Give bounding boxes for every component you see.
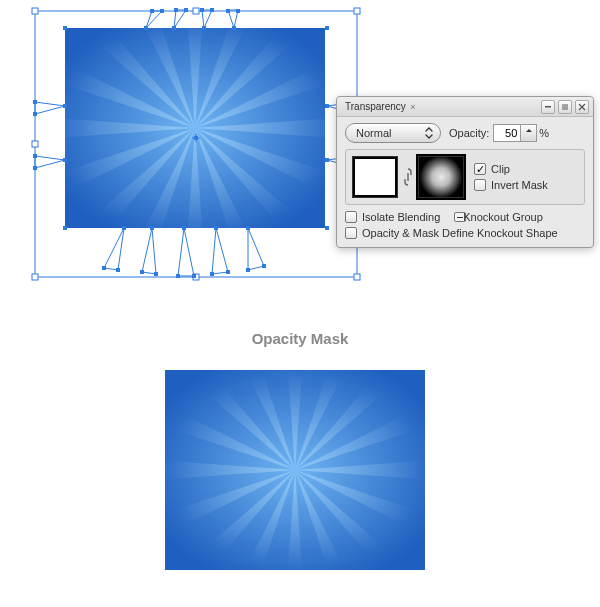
- invert-mask-checkbox[interactable]: Invert Mask: [474, 179, 548, 191]
- svg-rect-7: [354, 8, 360, 14]
- svg-rect-44: [226, 270, 230, 274]
- invert-mask-label: Invert Mask: [491, 179, 548, 191]
- svg-rect-17: [200, 8, 204, 12]
- knockout-label: Knockout Group: [463, 211, 543, 223]
- svg-rect-35: [325, 104, 329, 108]
- svg-rect-16: [184, 8, 188, 12]
- svg-rect-8: [32, 141, 38, 147]
- svg-rect-45: [246, 268, 250, 272]
- clip-label: Clip: [491, 163, 510, 175]
- svg-rect-43: [210, 272, 214, 276]
- svg-rect-6: [193, 8, 199, 14]
- svg-rect-5: [32, 8, 38, 14]
- svg-rect-28: [33, 166, 37, 170]
- svg-rect-25: [33, 100, 37, 104]
- svg-rect-14: [160, 9, 164, 13]
- svg-rect-54: [325, 26, 329, 30]
- panel-collapse-button[interactable]: [558, 100, 572, 114]
- svg-rect-13: [150, 9, 154, 13]
- panel-options: Isolate Blending Knockout Group Opacity …: [345, 211, 585, 239]
- panel-titlebar[interactable]: Transparency ×: [337, 97, 593, 117]
- svg-rect-19: [226, 9, 230, 13]
- define-knockout-checkbox[interactable]: Opacity & Mask Define Knockout Shape: [345, 227, 585, 239]
- svg-rect-10: [32, 274, 38, 280]
- svg-rect-36: [325, 158, 329, 162]
- svg-rect-40: [154, 272, 158, 276]
- starburst-result: [165, 370, 425, 570]
- knockout-group-checkbox[interactable]: Knockout Group: [454, 211, 543, 223]
- svg-rect-11: [193, 274, 199, 280]
- svg-rect-20: [236, 9, 240, 13]
- artboard-top[interactable]: [65, 28, 325, 228]
- panel-menu-button[interactable]: [541, 100, 555, 114]
- caption: Opacity Mask: [0, 330, 600, 347]
- svg-rect-26: [33, 112, 37, 116]
- panel-title: Transparency ×: [343, 101, 422, 112]
- clip-checkbox[interactable]: Clip: [474, 163, 548, 175]
- panel-close-button[interactable]: [575, 100, 589, 114]
- transparency-panel: Transparency × Normal Opaci: [336, 96, 594, 248]
- isolate-blending-checkbox[interactable]: Isolate Blending: [345, 211, 440, 223]
- svg-rect-27: [33, 154, 37, 158]
- mask-thumbnail[interactable]: [418, 156, 464, 198]
- panel-body: Normal Opacity: %: [337, 117, 593, 247]
- svg-rect-18: [210, 8, 214, 12]
- opacity-label: Opacity:: [449, 127, 489, 139]
- svg-rect-37: [102, 266, 106, 270]
- checkbox-icon: [474, 163, 486, 175]
- svg-rect-39: [140, 270, 144, 274]
- blend-mode-select[interactable]: Normal: [345, 123, 441, 143]
- isolate-label: Isolate Blending: [362, 211, 440, 223]
- svg-rect-57: [545, 106, 551, 108]
- artboard-result: [165, 370, 425, 570]
- svg-rect-56: [325, 226, 329, 230]
- svg-rect-15: [174, 8, 178, 12]
- svg-rect-12: [354, 274, 360, 280]
- svg-rect-41: [176, 274, 180, 278]
- opacity-unit: %: [539, 127, 549, 139]
- object-thumbnail[interactable]: [352, 156, 398, 198]
- opacity-stepper[interactable]: [521, 124, 537, 142]
- define-knockout-label: Opacity & Mask Define Knockout Shape: [362, 227, 558, 239]
- checkbox-icon: [474, 179, 486, 191]
- stage: Transparency × Normal Opaci: [0, 0, 600, 607]
- opacity-input[interactable]: [493, 124, 521, 142]
- svg-rect-46: [262, 264, 266, 268]
- thumbnails-row: Clip Invert Mask: [345, 149, 585, 205]
- checkbox-icon: [345, 227, 357, 239]
- svg-rect-42: [192, 274, 196, 278]
- select-arrows-icon: [422, 125, 436, 141]
- link-icon[interactable]: [404, 167, 412, 187]
- starburst-art: [65, 28, 325, 228]
- mask-gradient-preview: [419, 157, 463, 197]
- checkbox-icon: [345, 211, 357, 223]
- svg-rect-38: [116, 268, 120, 272]
- blend-mode-value: Normal: [356, 127, 418, 139]
